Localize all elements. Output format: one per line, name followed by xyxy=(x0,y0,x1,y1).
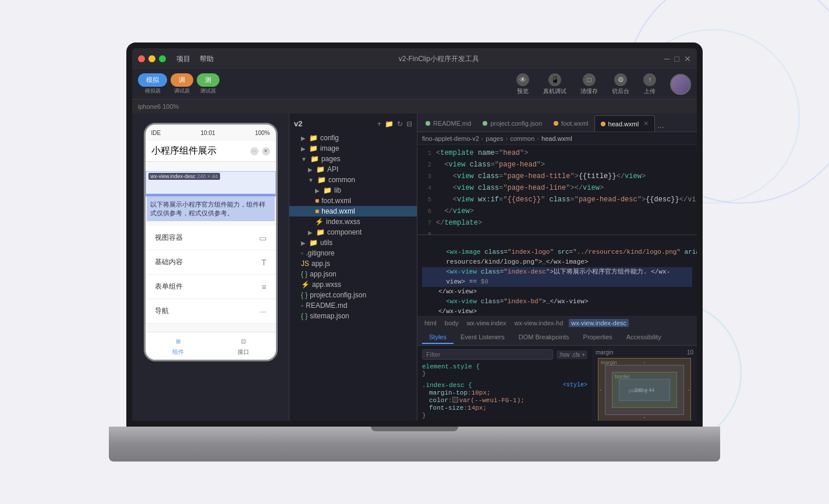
breadcrumb-root[interactable]: fino-applet-demo-v2 xyxy=(422,135,479,142)
traffic-lights xyxy=(138,55,166,62)
tree-item-image[interactable]: ▶ 📁 image xyxy=(289,143,417,154)
maximize-btn[interactable] xyxy=(159,55,166,62)
toolbar-btn-group: 模拟 模拟器 调 调试器 测 测试器 xyxy=(138,73,219,95)
simulate-label: 模拟器 xyxy=(145,87,161,95)
tree-item-pages[interactable]: ▼ 📁 pages xyxy=(289,154,417,164)
html-line-wx-image-2: resources/kind/logo.png">_</wx-image> xyxy=(422,257,692,267)
window-close-icon[interactable]: ✕ xyxy=(684,54,691,63)
user-avatar[interactable] xyxy=(670,74,691,95)
tab-label-project: project.config.json xyxy=(490,120,542,127)
tree-item-lib[interactable]: ▶ 📁 lib xyxy=(289,185,417,196)
code-editor[interactable]: 1 <template name="head"> 2 <view class="… xyxy=(417,145,697,235)
phone-nav-components[interactable]: ⊞ 组件 xyxy=(146,336,211,356)
tree-refresh-icon[interactable]: ↻ xyxy=(397,120,403,128)
tree-item-app-wxss[interactable]: ⚡ app.wxss xyxy=(289,279,417,290)
tree-item-readme[interactable]: ◦ README.md xyxy=(289,300,417,311)
menu-help[interactable]: 帮助 xyxy=(200,54,214,64)
line-num xyxy=(422,267,438,277)
phone-menu-icon[interactable]: ··· xyxy=(250,147,258,155)
tab-label-readme: README.md xyxy=(433,120,471,127)
ide-window: 项目 帮助 v2-FinClip小程序开发工具 ─ □ ✕ 模拟 模拟器 xyxy=(132,48,697,421)
action-preview[interactable]: 👁 预览 xyxy=(516,73,529,95)
list-item-label-1: 基础内容 xyxy=(155,257,183,267)
path-item-body[interactable]: body xyxy=(442,319,461,327)
code-line-1: 1 <template name="head"> xyxy=(417,147,697,159)
tree-item-gitignore[interactable]: ◦ .gitignore xyxy=(289,248,417,258)
tree-item-utils[interactable]: ▶ 📁 utils xyxy=(289,237,417,248)
tree-item-common[interactable]: ▼ 📁 common xyxy=(289,175,417,185)
tree-item-index-wxss[interactable]: ⚡ index.wxss xyxy=(289,216,417,227)
action-clear-cache[interactable]: □ 清缓存 xyxy=(580,73,598,95)
more-tabs-icon[interactable]: ··· xyxy=(657,122,664,132)
line-num-7: 7 xyxy=(417,218,436,228)
tab-readme[interactable]: README.md xyxy=(420,115,477,132)
tree-item-app-json[interactable]: { } app.json xyxy=(289,269,417,279)
css-close-brace: } xyxy=(422,370,426,377)
tree-label-pages: pages xyxy=(321,155,341,163)
devtools-tab-properties[interactable]: Properties xyxy=(576,331,619,344)
toolbar: 模拟 模拟器 调 调试器 测 测试器 👁 预 xyxy=(132,69,697,100)
main-content: IDE 10:01 100% 小程序组件展示 ··· ✕ xyxy=(132,113,697,421)
tab-head-wxml[interactable]: head.wxml ✕ xyxy=(594,115,656,132)
window-title: v2-FinClip小程序开发工具 xyxy=(218,54,660,64)
path-item-html[interactable]: html xyxy=(422,319,439,327)
html-line-wx-view-close: </wx-view> xyxy=(422,287,692,297)
tree-project-name: v2 xyxy=(294,119,302,128)
action-real-device[interactable]: 📱 真机调试 xyxy=(543,73,566,95)
tree-item-head-wxml[interactable]: ■ head.wxml xyxy=(289,206,417,216)
list-item-nav[interactable]: 导航 ··· xyxy=(146,299,276,324)
list-item-view-container[interactable]: 视图容器 ▭ xyxy=(146,226,276,250)
tab-project-config[interactable]: project.config.json xyxy=(477,115,548,132)
path-item-wx-view-index[interactable]: wx-view.index xyxy=(465,319,509,327)
tree-new-file-icon[interactable]: + xyxy=(377,120,381,128)
debug-button[interactable]: 调 xyxy=(171,73,193,87)
html-line-wx-view-bd: <wx-view class="index-bd">_</wx-view> xyxy=(422,297,692,307)
test-button[interactable]: 测 xyxy=(197,73,219,87)
text-content: 以下将展示小程序官方组件能力，组件样式仅供参考，程式仅供参考。 xyxy=(150,201,265,216)
line-num-4: 4 xyxy=(417,183,436,193)
list-item-basic-content[interactable]: 基础内容 T xyxy=(146,250,276,275)
preview-label: 预览 xyxy=(517,87,529,95)
breadcrumb-common[interactable]: common xyxy=(510,135,534,142)
tab-close-icon[interactable]: ✕ xyxy=(643,120,649,127)
devtools-tab-accessibility[interactable]: Accessibility xyxy=(619,331,668,344)
devtools-tab-event-listeners[interactable]: Event Listeners xyxy=(454,331,512,344)
box-content-layer: 240 x 44 xyxy=(619,379,670,401)
tree-label-config: config xyxy=(320,134,339,142)
tree-item-foot-wxml[interactable]: ■ foot.wxml xyxy=(289,196,417,206)
phone-close-icon[interactable]: ✕ xyxy=(262,147,270,155)
path-item-wx-view-hd[interactable]: wx-view.index-hd xyxy=(512,319,566,327)
tree-item-component[interactable]: ▶ 📁 component xyxy=(289,227,417,237)
window-minimize-icon[interactable]: ─ xyxy=(664,54,670,63)
filter-input[interactable] xyxy=(422,349,553,360)
code-line-6: 6 </view> xyxy=(417,205,697,217)
minimize-btn[interactable] xyxy=(148,55,155,62)
close-btn[interactable] xyxy=(138,55,145,62)
tab-foot-wxml[interactable]: foot.wxml xyxy=(548,115,594,132)
breadcrumb-pages[interactable]: pages xyxy=(486,135,504,142)
tree-item-config[interactable]: ▶ 📁 config xyxy=(289,133,417,143)
path-item-wx-view-desc[interactable]: wx-view.index-desc xyxy=(569,319,629,327)
css-source-style[interactable]: <style> xyxy=(563,382,587,389)
list-item-form[interactable]: 表单组件 ≡ xyxy=(146,275,276,299)
phone-nav-api[interactable]: ⊡ 接口 xyxy=(211,336,276,356)
tree-item-sitemap[interactable]: { } sitemap.json xyxy=(289,311,417,321)
chevron-right-icon: ▶ xyxy=(308,166,313,173)
css-prop-font-size: font-size xyxy=(429,404,463,411)
devtools-tab-styles[interactable]: Styles xyxy=(422,331,454,344)
action-switch-backend[interactable]: ⚙ 切后台 xyxy=(612,73,629,95)
tree-collapse-icon[interactable]: ⊟ xyxy=(406,120,412,128)
tree-item-app-js[interactable]: JS app.js xyxy=(289,258,417,269)
css-line-margin-top: margin-top : 10px; xyxy=(422,389,587,396)
window-maximize-icon[interactable]: □ xyxy=(675,54,679,63)
action-upload[interactable]: ↑ 上传 xyxy=(643,73,656,95)
tree-item-project-config[interactable]: { } project.config.json xyxy=(289,290,417,300)
folder-icon: 📁 xyxy=(309,134,318,142)
filter-pseudo[interactable]: :hov .cls + xyxy=(557,350,587,359)
menu-project[interactable]: 项目 xyxy=(176,54,190,64)
css-selector-element: element.style { xyxy=(422,363,480,370)
simulate-button[interactable]: 模拟 xyxy=(138,73,167,87)
tree-new-folder-icon[interactable]: 📁 xyxy=(385,120,394,128)
devtools-tab-dom-breakpoints[interactable]: DOM Breakpoints xyxy=(512,331,576,344)
tree-item-api[interactable]: ▶ 📁 API xyxy=(289,164,417,175)
